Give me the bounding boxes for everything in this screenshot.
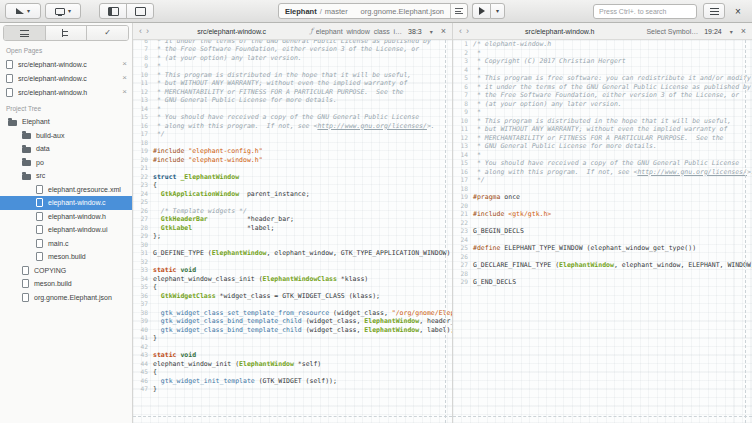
code-line[interactable]: 23G_BEGIN_DECLS <box>453 227 752 236</box>
window-close-button[interactable]: × <box>730 3 746 19</box>
editor-options-icon[interactable]: ▾ <box>430 28 433 35</box>
line-number[interactable]: 26 <box>133 207 153 216</box>
line-number[interactable]: 14 <box>453 151 473 160</box>
line-number[interactable]: 9 <box>133 62 153 71</box>
code-line[interactable]: 3 * Copyright (C) 2017 Christian Hergert <box>453 57 752 66</box>
line-number[interactable]: 13 <box>453 142 473 151</box>
line-number[interactable]: 38 <box>133 309 153 318</box>
code-line[interactable]: 36 GtkWidgetClass *widget_class = GTK_WI… <box>133 292 452 301</box>
line-number[interactable]: 18 <box>133 139 153 148</box>
editor-filename[interactable]: src/elephant-window.h <box>525 28 594 35</box>
code-line[interactable]: 29G_END_DECLS <box>453 278 752 287</box>
code-line[interactable]: 25 <box>133 198 452 207</box>
line-number[interactable]: 19 <box>133 147 153 156</box>
line-number[interactable]: 16 <box>453 168 473 177</box>
line-number[interactable]: 9 <box>453 108 473 117</box>
line-number[interactable]: 8 <box>453 100 473 109</box>
code-line[interactable]: 45{ <box>133 368 452 377</box>
tree-item-elephant[interactable]: Elephant <box>0 115 132 129</box>
code-line[interactable]: 25#define ELEPHANT_TYPE_WINDOW (elephant… <box>453 244 752 253</box>
code-line[interactable]: 38 gtk_widget_class_set_template_from_re… <box>133 309 452 318</box>
line-number[interactable]: 29 <box>453 278 473 287</box>
line-number[interactable]: 28 <box>453 270 473 279</box>
line-number[interactable]: 15 <box>453 159 473 168</box>
line-number[interactable]: 22 <box>453 219 473 228</box>
code-line[interactable]: 39 gtk_widget_class_bind_template_child … <box>133 317 452 326</box>
history-back-icon[interactable]: ‹ <box>459 27 462 36</box>
tree-item-src[interactable]: src <box>0 169 132 183</box>
line-number[interactable]: 24 <box>453 236 473 245</box>
line-number[interactable]: 8 <box>133 54 153 63</box>
line-number[interactable]: 21 <box>453 210 473 219</box>
line-number[interactable]: 25 <box>133 198 153 207</box>
line-number[interactable]: 39 <box>133 317 153 326</box>
line-number[interactable]: 33 <box>133 266 153 275</box>
line-number[interactable]: 45 <box>133 368 153 377</box>
tree-item-main-c[interactable]: main.c <box>0 237 132 251</box>
code-line[interactable]: 20 <box>453 202 752 211</box>
line-number[interactable]: 10 <box>453 117 473 126</box>
line-number[interactable]: 41 <box>133 334 153 343</box>
line-number[interactable]: 13 <box>133 96 153 105</box>
code-line[interactable]: 46 gtk_widget_init_template (GTK_WIDGET … <box>133 377 452 386</box>
code-line[interactable]: 28 <box>453 270 752 279</box>
line-number[interactable]: 43 <box>133 351 153 360</box>
code-line[interactable]: 47} <box>133 385 452 394</box>
code-line[interactable]: 17 */ <box>453 176 752 185</box>
editor-filename[interactable]: src/elephant-window.c <box>197 28 266 35</box>
code-line[interactable]: 19#include "elephant-config.h" <box>133 147 452 156</box>
line-number[interactable]: 35 <box>133 283 153 292</box>
line-number[interactable]: 14 <box>133 105 153 114</box>
code-line[interactable]: 14 * <box>453 151 752 160</box>
sidebar-tab-pages[interactable] <box>4 26 46 40</box>
line-number[interactable]: 6 <box>453 83 473 92</box>
line-number[interactable]: 23 <box>453 227 473 236</box>
sidebar-tab-todo[interactable]: ✓ <box>87 26 128 40</box>
line-number[interactable]: 17 <box>453 176 473 185</box>
line-number[interactable]: 36 <box>133 292 153 301</box>
code-line[interactable]: 16 * along with this program. If not, se… <box>133 122 452 131</box>
code-line[interactable]: 32 <box>133 258 452 267</box>
open-page-item[interactable]: src/elephant-window.c× <box>0 71 132 85</box>
code-line[interactable]: 5 * This program is free software: you c… <box>453 74 752 83</box>
code-line[interactable]: 44elephant_window_init (ElephantWindow *… <box>133 360 452 369</box>
editor-options-icon[interactable]: ▾ <box>730 28 733 35</box>
tree-item-po[interactable]: po <box>0 156 132 170</box>
line-number[interactable]: 28 <box>133 224 153 233</box>
code-line[interactable]: 23{ <box>133 181 452 190</box>
run-button[interactable] <box>472 3 490 19</box>
code-line[interactable]: 30 <box>133 241 452 250</box>
code-editor[interactable]: 6 * it under the terms of the GNU Genera… <box>133 40 452 423</box>
line-number[interactable]: 12 <box>133 88 153 97</box>
code-line[interactable]: 7 * the Free Software Foundation, either… <box>133 45 452 54</box>
code-line[interactable]: 24 GtkApplicationWindow parent_instance; <box>133 190 452 199</box>
device-selector-button[interactable]: ▾ <box>45 3 81 19</box>
tree-item-elephant-window-h[interactable]: elephant-window.h <box>0 210 132 224</box>
code-line[interactable]: 13 * GNU General Public License for more… <box>453 142 752 151</box>
code-editor[interactable]: 1/* elephant-window.h2 *3 * Copyright (C… <box>453 40 752 423</box>
code-line[interactable]: 8 * (at your option) any later version. <box>453 100 752 109</box>
code-line[interactable]: 40 gtk_widget_class_bind_template_child … <box>133 326 452 335</box>
line-number[interactable]: 15 <box>133 113 153 122</box>
code-line[interactable]: 10 * This program is distributed in the … <box>133 71 452 80</box>
open-page-item[interactable]: src/elephant-window.h× <box>0 85 132 99</box>
line-number[interactable]: 1 <box>453 40 473 49</box>
code-line[interactable]: 7 * the Free Software Foundation, either… <box>453 91 752 100</box>
line-number[interactable]: 5 <box>453 74 473 83</box>
code-line[interactable]: 10 * This program is distributed in the … <box>453 117 752 126</box>
history-forward-icon[interactable]: › <box>146 27 149 36</box>
tree-item-meson-build[interactable]: meson.build <box>0 277 132 291</box>
line-number[interactable]: 44 <box>133 360 153 369</box>
app-menu-button[interactable] <box>703 3 725 19</box>
line-number[interactable]: 20 <box>133 156 153 165</box>
select-symbol-button[interactable]: Select Symbol… <box>646 28 698 35</box>
code-line[interactable]: 4 * <box>453 66 752 75</box>
code-line[interactable]: 33static void <box>133 266 452 275</box>
code-line[interactable]: 9 * <box>453 108 752 117</box>
line-number[interactable]: 7 <box>133 45 153 54</box>
line-number[interactable]: 20 <box>453 202 473 211</box>
code-line[interactable]: 17 */ <box>133 130 452 139</box>
build-configuration-button[interactable]: ▾ <box>5 3 41 19</box>
code-line[interactable]: 41} <box>133 334 452 343</box>
line-number[interactable]: 11 <box>453 125 473 134</box>
